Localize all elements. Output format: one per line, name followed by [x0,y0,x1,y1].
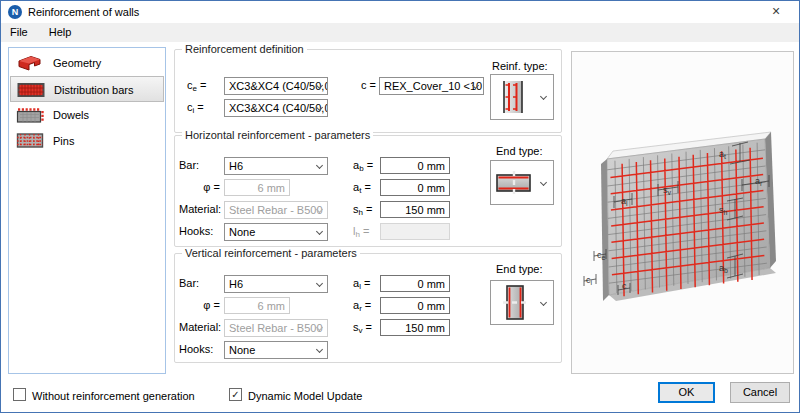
distribution-bars-icon [17,82,45,100]
chevron-down-icon [540,179,547,186]
group-title: Vertical reinforcement - parameters [182,247,360,259]
wall-3d-image [572,52,793,373]
chevron-down-icon [540,93,547,100]
sv-label: sv = [353,321,372,335]
wall-3d-preview: at ar sv al sh ab ce ci c [571,51,794,374]
dim-label-sv: sv [663,185,671,196]
h-end-type-label: End type: [496,145,542,157]
ok-button[interactable]: OK [658,382,715,403]
al-label: al = [353,277,370,291]
group-title: Reinforcement definition [182,43,307,55]
material-label: Material: [179,203,221,215]
chevron-down-icon [316,280,323,287]
v-diameter-field [224,297,290,314]
dim-label-ar: ar [755,176,762,187]
v-bar-select[interactable]: H6 [224,275,328,293]
h-hooks-select[interactable]: None [224,223,328,241]
h-phi-label: φ = [175,181,220,193]
bar-label: Bar: [179,159,199,171]
sh-input[interactable] [380,201,450,218]
at-label: at = [353,181,371,195]
group-title: Horizontal reinforcement - parameters [182,129,373,141]
cover-select[interactable]: REX_Cover_10 <10 mm [379,77,484,95]
reinf-type-select[interactable] [490,74,554,120]
sidebar-item-label: Distribution bars [54,84,133,96]
without-generation-label: Without reinforcement generation [32,390,195,402]
chevron-down-icon [316,346,323,353]
dynamic-model-update-checkbox[interactable]: ✓ [229,388,242,401]
h-end-type-icon [495,168,533,200]
sidebar-item-label: Pins [53,135,74,147]
dim-label-c: c [622,281,627,292]
lh-label: lh = [353,225,369,239]
app-icon: N [8,5,22,19]
menu-help[interactable]: Help [40,23,81,42]
category-list: Geometry Distribution bars Dowels [8,47,166,374]
v-end-type-icon [500,284,530,324]
dim-label-ab: ab [719,263,728,274]
sidebar-item-dowels[interactable]: Dowels [10,102,164,128]
chevron-down-icon [316,162,323,169]
menu-bar: File Help [1,23,799,42]
geometry-icon [16,53,44,75]
group-reinforcement-definition: Reinforcement definition ce = XC3&XC4 (C… [174,49,562,133]
sidebar-item-pins[interactable]: Pins [10,128,164,154]
dim-label-ce: ce [597,250,605,261]
v-end-type-label: End type: [496,263,542,275]
dialog-window: N Reinforcement of walls × File Help Geo… [0,0,800,413]
sidebar-item-geometry[interactable]: Geometry [10,50,164,76]
pins-icon [16,132,44,151]
v-hooks-select[interactable]: None [224,341,328,359]
dim-label-at: at [719,149,726,160]
sh-label: sh = [353,203,372,217]
dowels-icon [16,106,44,126]
v-material-select: Steel Rebar - B500 [224,319,328,337]
h-end-type-select[interactable] [490,160,554,205]
ce-exposure-select[interactable]: XC3&XC4 (C40/50,0.4 [224,77,328,95]
dim-label-al: al [621,196,628,207]
sidebar-item-label: Dowels [53,109,89,121]
lh-input [380,223,450,240]
ar-input[interactable] [380,297,450,314]
dim-label-ci: ci [586,275,592,286]
ab-label: ab = [353,159,373,173]
title-bar: N Reinforcement of walls × [1,1,799,23]
al-input[interactable] [380,275,450,292]
group-horizontal-reinforcement: Horizontal reinforcement - parameters Ba… [174,135,562,247]
dynamic-model-update-label: Dynamic Model Update [248,390,362,402]
sidebar-item-label: Geometry [53,57,101,69]
at-input[interactable] [380,179,450,196]
ar-label: ar = [353,299,371,313]
group-vertical-reinforcement: Vertical reinforcement - parameters Bar:… [174,253,562,363]
menu-file[interactable]: File [1,23,37,42]
h-diameter-field [224,179,290,196]
hooks-label: Hooks: [179,225,213,237]
v-phi-label: φ = [175,299,220,311]
reinf-type-label: Reinf. type: [492,60,548,72]
without-generation-checkbox[interactable] [13,388,26,401]
chevron-down-icon [540,299,547,306]
cancel-button[interactable]: Cancel [730,382,790,403]
bar-label: Bar: [179,277,199,289]
close-icon[interactable]: × [765,3,787,20]
h-material-select: Steel Rebar - B500 [224,201,328,219]
chevron-down-icon [316,228,323,235]
window-title: Reinforcement of walls [28,6,139,18]
hooks-label: Hooks: [179,343,213,355]
sv-input[interactable] [380,319,450,336]
c-label: c = [361,79,376,91]
ci-label: ci = [187,101,204,115]
h-bar-select[interactable]: H6 [224,157,328,175]
ci-exposure-select[interactable]: XC3&XC4 (C40/50,0.4 [224,99,328,117]
dim-label-sh: sh [719,205,727,216]
v-end-type-select[interactable] [490,280,554,325]
reinf-type-icon [498,80,528,116]
ce-label: ce = [187,79,206,93]
sidebar-item-distribution-bars[interactable]: Distribution bars [10,76,164,102]
material-label: Material: [179,321,221,333]
ab-input[interactable] [380,157,450,174]
